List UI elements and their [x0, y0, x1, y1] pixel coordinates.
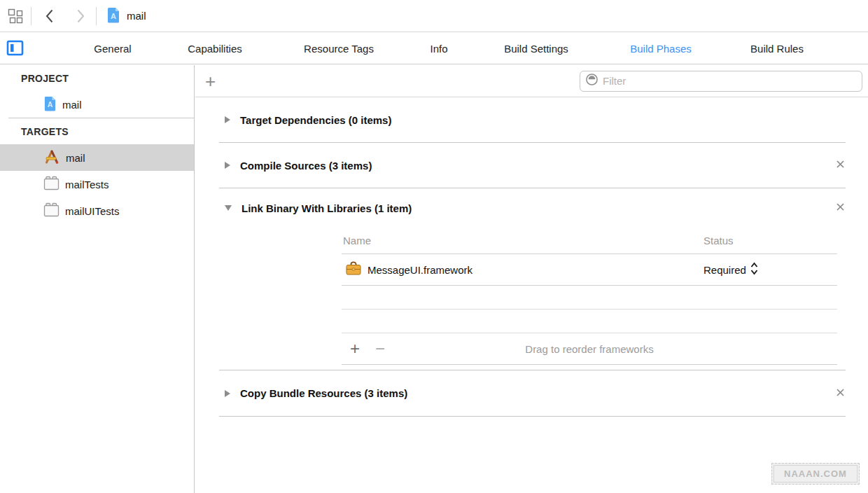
- tab-build-settings[interactable]: Build Settings: [504, 33, 568, 64]
- sidebar-item-target-mailtests[interactable]: mailTests: [0, 171, 194, 197]
- disclosure-triangle-icon[interactable]: [225, 162, 230, 169]
- filter-field[interactable]: [580, 71, 862, 92]
- project-group-header: PROJECT: [0, 65, 194, 91]
- back-button[interactable]: [34, 8, 65, 24]
- outline-toggle-icon[interactable]: [6, 40, 24, 59]
- sidebar-item-project-mail[interactable]: A mail: [0, 91, 194, 118]
- tab-resource-tags[interactable]: Resource Tags: [304, 33, 374, 64]
- test-bundle-icon: [43, 176, 59, 193]
- watermark-badge: NAAAN.COM: [771, 463, 860, 485]
- section-link-binary[interactable]: Link Binary With Libraries (1 item): [195, 188, 868, 228]
- tab-build-rules[interactable]: Build Rules: [750, 33, 804, 64]
- project-targets-sidebar: PROJECT A mail TARGETS mail: [0, 65, 195, 493]
- section-title: Target Dependencies (0 items): [240, 114, 391, 126]
- section-compile-sources[interactable]: Compile Sources (3 items): [195, 143, 868, 188]
- toolbar-separator: [96, 7, 97, 25]
- remove-phase-icon[interactable]: [836, 202, 845, 214]
- tab-build-phases[interactable]: Build Phases: [630, 33, 692, 64]
- status-stepper-icon[interactable]: [750, 261, 759, 278]
- window-toolbar: A mail: [0, 0, 868, 32]
- tab-info[interactable]: Info: [430, 33, 447, 64]
- sidebar-item-label: mail: [66, 152, 85, 164]
- add-framework-button[interactable]: +: [350, 340, 360, 357]
- linked-libraries-table: Name Status MessageUI.framework Required: [342, 228, 837, 365]
- breadcrumb[interactable]: A mail: [106, 6, 146, 26]
- column-header-status: Status: [704, 235, 837, 246]
- app-target-icon: [43, 149, 60, 167]
- section-copy-bundle-resources[interactable]: Copy Bundle Resources (3 items): [195, 370, 868, 416]
- add-build-phase-button[interactable]: +: [205, 72, 216, 90]
- table-footer: Drag to reorder frameworks + −: [342, 333, 837, 365]
- sidebar-item-target-mailuitests[interactable]: mailUITests: [0, 197, 194, 224]
- remove-framework-button[interactable]: −: [375, 340, 385, 357]
- remove-phase-icon[interactable]: [836, 159, 845, 172]
- editor-tab-bar: General Capabilities Resource Tags Info …: [0, 33, 868, 64]
- sidebar-item-label: mail: [62, 99, 82, 111]
- filter-input[interactable]: [603, 75, 862, 87]
- empty-table-row: [342, 310, 837, 333]
- forward-button[interactable]: [65, 8, 96, 24]
- sidebar-item-label: mailUITests: [65, 205, 120, 217]
- column-header-name: Name: [342, 235, 704, 246]
- framework-status-value: Required: [704, 264, 746, 276]
- disclosure-triangle-icon[interactable]: [225, 390, 230, 397]
- section-divider: [219, 416, 846, 417]
- sidebar-item-label: mailTests: [65, 179, 109, 190]
- svg-text:A: A: [48, 101, 53, 109]
- build-phases-toolbar: +: [195, 65, 868, 97]
- disclosure-triangle-icon[interactable]: [225, 205, 232, 211]
- section-target-dependencies[interactable]: Target Dependencies (0 items): [195, 97, 868, 142]
- drag-reorder-hint: Drag to reorder frameworks: [342, 343, 837, 355]
- related-items-icon[interactable]: [0, 8, 31, 25]
- framework-name: MessageUI.framework: [368, 264, 472, 276]
- project-file-icon: A: [106, 6, 120, 26]
- project-file-icon: A: [43, 95, 57, 113]
- table-row[interactable]: MessageUI.framework Required: [342, 254, 837, 286]
- disclosure-triangle-icon[interactable]: [225, 116, 230, 123]
- framework-icon: [345, 261, 362, 278]
- svg-text:A: A: [111, 12, 116, 20]
- remove-phase-icon[interactable]: [836, 387, 845, 400]
- section-title: Link Binary With Libraries (1 item): [241, 202, 412, 214]
- table-header-row: Name Status: [342, 228, 837, 254]
- filter-icon: [585, 73, 598, 89]
- section-title: Compile Sources (3 items): [240, 160, 372, 172]
- targets-group-header: TARGETS: [0, 118, 194, 144]
- tab-general[interactable]: General: [94, 33, 131, 64]
- section-title: Copy Bundle Resources (3 items): [240, 387, 407, 399]
- tab-capabilities[interactable]: Capabilities: [188, 33, 242, 64]
- empty-table-row: [342, 286, 837, 310]
- toolbar-separator: [31, 7, 31, 25]
- test-bundle-icon: [43, 202, 59, 219]
- build-phases-editor: + Target Dependencies (0 items) Compile …: [195, 65, 868, 493]
- sidebar-item-target-mail[interactable]: mail: [0, 144, 194, 171]
- breadcrumb-label: mail: [127, 10, 146, 22]
